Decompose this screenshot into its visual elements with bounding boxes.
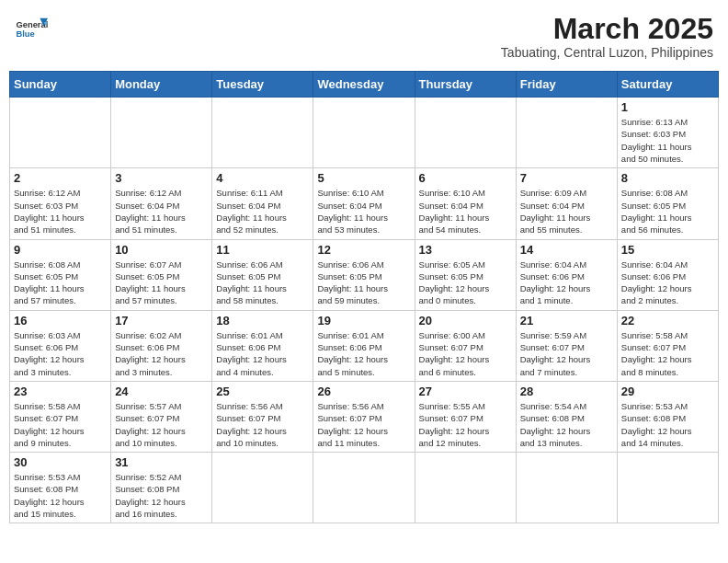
day-cell: 25Sunrise: 5:56 AM Sunset: 6:07 PM Dayli… bbox=[212, 381, 313, 452]
day-cell bbox=[415, 98, 516, 168]
day-cell: 14Sunrise: 6:04 AM Sunset: 6:06 PM Dayli… bbox=[516, 239, 617, 310]
day-number: 28 bbox=[520, 385, 613, 398]
day-info: Sunrise: 5:59 AM Sunset: 6:07 PM Dayligh… bbox=[520, 329, 613, 378]
weekday-tuesday: Tuesday bbox=[212, 72, 313, 98]
day-info: Sunrise: 6:08 AM Sunset: 6:05 PM Dayligh… bbox=[621, 187, 714, 236]
weekday-saturday: Saturday bbox=[617, 72, 718, 98]
day-number: 29 bbox=[621, 385, 714, 398]
day-info: Sunrise: 6:06 AM Sunset: 6:05 PM Dayligh… bbox=[317, 259, 410, 307]
day-cell: 29Sunrise: 5:53 AM Sunset: 6:08 PM Dayli… bbox=[617, 381, 718, 452]
day-number: 13 bbox=[419, 243, 512, 257]
week-row-4: 16Sunrise: 6:03 AM Sunset: 6:06 PM Dayli… bbox=[10, 310, 719, 381]
day-cell bbox=[313, 453, 415, 523]
logo: General Blue bbox=[15, 13, 48, 46]
day-cell bbox=[516, 453, 617, 523]
day-number: 12 bbox=[317, 243, 410, 257]
week-row-2: 2Sunrise: 6:12 AM Sunset: 6:03 PM Daylig… bbox=[10, 168, 719, 239]
day-number: 17 bbox=[115, 314, 208, 327]
header: General Blue March 2025 Tabuating, Centr… bbox=[9, 9, 719, 63]
weekday-friday: Friday bbox=[516, 72, 617, 98]
day-number: 31 bbox=[115, 455, 208, 469]
day-number: 27 bbox=[419, 385, 512, 398]
day-info: Sunrise: 6:11 AM Sunset: 6:04 PM Dayligh… bbox=[216, 187, 309, 236]
day-cell: 15Sunrise: 6:04 AM Sunset: 6:06 PM Dayli… bbox=[617, 239, 718, 310]
day-cell: 9Sunrise: 6:08 AM Sunset: 6:05 PM Daylig… bbox=[10, 239, 111, 310]
day-number: 15 bbox=[621, 243, 714, 257]
month-title: March 2025 bbox=[501, 13, 713, 45]
day-number: 21 bbox=[520, 314, 613, 327]
day-info: Sunrise: 6:01 AM Sunset: 6:06 PM Dayligh… bbox=[216, 329, 309, 378]
day-info: Sunrise: 5:56 AM Sunset: 6:07 PM Dayligh… bbox=[216, 400, 309, 449]
day-info: Sunrise: 5:56 AM Sunset: 6:07 PM Dayligh… bbox=[317, 400, 410, 449]
day-cell: 11Sunrise: 6:06 AM Sunset: 6:05 PM Dayli… bbox=[212, 239, 313, 310]
day-number: 3 bbox=[115, 171, 208, 185]
day-cell bbox=[617, 453, 718, 523]
weekday-sunday: Sunday bbox=[10, 72, 111, 98]
day-cell: 6Sunrise: 6:10 AM Sunset: 6:04 PM Daylig… bbox=[415, 168, 516, 239]
day-number: 19 bbox=[317, 314, 410, 327]
day-info: Sunrise: 5:58 AM Sunset: 6:07 PM Dayligh… bbox=[14, 400, 107, 449]
day-info: Sunrise: 6:01 AM Sunset: 6:06 PM Dayligh… bbox=[317, 329, 410, 378]
day-number: 9 bbox=[14, 243, 107, 257]
day-cell: 2Sunrise: 6:12 AM Sunset: 6:03 PM Daylig… bbox=[10, 168, 111, 239]
title-area: March 2025 Tabuating, Central Luzon, Phi… bbox=[501, 13, 713, 60]
day-info: Sunrise: 6:13 AM Sunset: 6:03 PM Dayligh… bbox=[621, 116, 714, 165]
day-number: 26 bbox=[317, 385, 410, 398]
week-row-1: 1Sunrise: 6:13 AM Sunset: 6:03 PM Daylig… bbox=[10, 98, 719, 168]
day-number: 16 bbox=[14, 314, 107, 327]
day-number: 7 bbox=[520, 171, 613, 185]
day-number: 1 bbox=[621, 100, 714, 114]
day-cell: 8Sunrise: 6:08 AM Sunset: 6:05 PM Daylig… bbox=[617, 168, 718, 239]
day-info: Sunrise: 5:52 AM Sunset: 6:08 PM Dayligh… bbox=[115, 471, 208, 520]
week-row-3: 9Sunrise: 6:08 AM Sunset: 6:05 PM Daylig… bbox=[10, 239, 719, 310]
day-cell: 22Sunrise: 5:58 AM Sunset: 6:07 PM Dayli… bbox=[617, 310, 718, 381]
weekday-monday: Monday bbox=[111, 72, 212, 98]
day-cell: 24Sunrise: 5:57 AM Sunset: 6:07 PM Dayli… bbox=[111, 381, 212, 452]
day-cell: 4Sunrise: 6:11 AM Sunset: 6:04 PM Daylig… bbox=[212, 168, 313, 239]
day-info: Sunrise: 6:00 AM Sunset: 6:07 PM Dayligh… bbox=[419, 329, 512, 378]
day-info: Sunrise: 5:55 AM Sunset: 6:07 PM Dayligh… bbox=[419, 400, 512, 449]
day-cell: 12Sunrise: 6:06 AM Sunset: 6:05 PM Dayli… bbox=[313, 239, 415, 310]
day-number: 10 bbox=[115, 243, 208, 257]
day-cell: 1Sunrise: 6:13 AM Sunset: 6:03 PM Daylig… bbox=[617, 98, 718, 168]
day-info: Sunrise: 6:04 AM Sunset: 6:06 PM Dayligh… bbox=[520, 259, 613, 307]
day-cell bbox=[10, 98, 111, 168]
day-cell: 26Sunrise: 5:56 AM Sunset: 6:07 PM Dayli… bbox=[313, 381, 415, 452]
weekday-thursday: Thursday bbox=[415, 72, 516, 98]
day-info: Sunrise: 5:57 AM Sunset: 6:07 PM Dayligh… bbox=[115, 400, 208, 449]
day-info: Sunrise: 6:12 AM Sunset: 6:03 PM Dayligh… bbox=[14, 187, 107, 236]
day-cell: 20Sunrise: 6:00 AM Sunset: 6:07 PM Dayli… bbox=[415, 310, 516, 381]
day-cell: 30Sunrise: 5:53 AM Sunset: 6:08 PM Dayli… bbox=[10, 453, 111, 523]
svg-text:Blue: Blue bbox=[16, 29, 34, 39]
day-info: Sunrise: 6:12 AM Sunset: 6:04 PM Dayligh… bbox=[115, 187, 208, 236]
day-cell bbox=[313, 98, 415, 168]
day-info: Sunrise: 6:02 AM Sunset: 6:06 PM Dayligh… bbox=[115, 329, 208, 378]
day-cell bbox=[212, 98, 313, 168]
day-number: 23 bbox=[14, 385, 107, 398]
day-cell: 17Sunrise: 6:02 AM Sunset: 6:06 PM Dayli… bbox=[111, 310, 212, 381]
day-number: 14 bbox=[520, 243, 613, 257]
day-number: 2 bbox=[14, 171, 107, 185]
day-info: Sunrise: 5:54 AM Sunset: 6:08 PM Dayligh… bbox=[520, 400, 613, 449]
day-info: Sunrise: 6:04 AM Sunset: 6:06 PM Dayligh… bbox=[621, 259, 714, 307]
day-cell: 3Sunrise: 6:12 AM Sunset: 6:04 PM Daylig… bbox=[111, 168, 212, 239]
day-number: 25 bbox=[216, 385, 309, 398]
weekday-header-row: SundayMondayTuesdayWednesdayThursdayFrid… bbox=[10, 72, 719, 98]
day-info: Sunrise: 5:53 AM Sunset: 6:08 PM Dayligh… bbox=[14, 471, 107, 520]
day-info: Sunrise: 6:03 AM Sunset: 6:06 PM Dayligh… bbox=[14, 329, 107, 378]
day-number: 22 bbox=[621, 314, 714, 327]
day-info: Sunrise: 5:53 AM Sunset: 6:08 PM Dayligh… bbox=[621, 400, 714, 449]
day-number: 4 bbox=[216, 171, 309, 185]
day-number: 24 bbox=[115, 385, 208, 398]
day-info: Sunrise: 6:05 AM Sunset: 6:05 PM Dayligh… bbox=[419, 259, 512, 307]
day-cell: 13Sunrise: 6:05 AM Sunset: 6:05 PM Dayli… bbox=[415, 239, 516, 310]
weekday-wednesday: Wednesday bbox=[313, 72, 415, 98]
day-info: Sunrise: 6:06 AM Sunset: 6:05 PM Dayligh… bbox=[216, 259, 309, 307]
day-cell: 7Sunrise: 6:09 AM Sunset: 6:04 PM Daylig… bbox=[516, 168, 617, 239]
day-number: 6 bbox=[419, 171, 512, 185]
day-cell: 19Sunrise: 6:01 AM Sunset: 6:06 PM Dayli… bbox=[313, 310, 415, 381]
day-cell bbox=[415, 453, 516, 523]
day-cell: 21Sunrise: 5:59 AM Sunset: 6:07 PM Dayli… bbox=[516, 310, 617, 381]
day-cell: 27Sunrise: 5:55 AM Sunset: 6:07 PM Dayli… bbox=[415, 381, 516, 452]
day-number: 20 bbox=[419, 314, 512, 327]
